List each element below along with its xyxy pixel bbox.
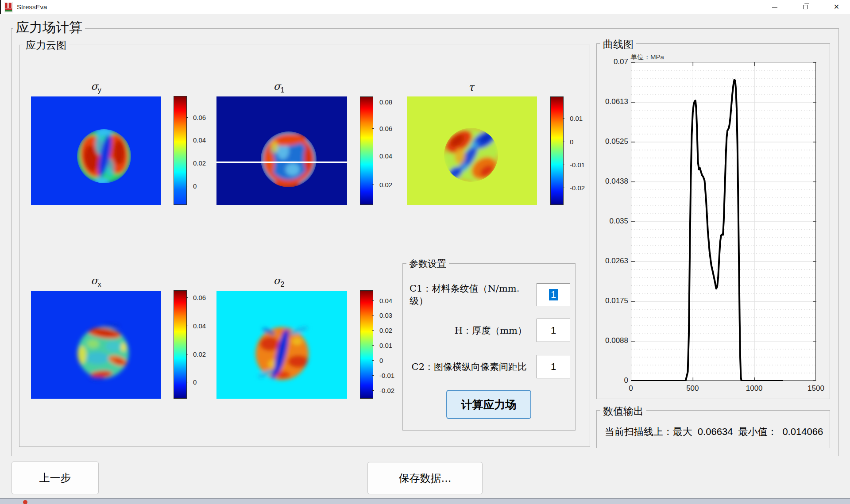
colorbar-sigma-y	[174, 96, 187, 205]
app-icon	[4, 2, 13, 12]
c1-input[interactable]: 1	[537, 283, 570, 306]
h-input[interactable]: 1	[537, 319, 570, 342]
scan-line-profile-curve	[631, 62, 816, 381]
max-value: 0.06634	[698, 426, 733, 438]
plot-title-sigma-x: σx	[52, 275, 140, 289]
scan-line[interactable]	[216, 162, 347, 163]
restore-icon	[803, 5, 808, 9]
curve-plot-area[interactable]	[631, 62, 816, 381]
max-label: 当前扫描线上：最大	[605, 425, 692, 439]
close-icon: ✕	[834, 4, 839, 11]
taskbar-notification-dot	[23, 500, 27, 504]
min-value: 0.014066	[782, 426, 823, 438]
window-left-edge	[0, 0, 1, 14]
curve-y-axis-labels: 0.070.06130.05250.04380.0350.02630.01750…	[596, 62, 628, 381]
h-label: H：厚度（mm）	[410, 319, 527, 342]
cloud-map-panel-title: 应力云图	[23, 38, 69, 52]
numeric-output-panel-title: 数值输出	[600, 404, 646, 418]
stress-map-sigma-2[interactable]	[216, 291, 347, 399]
colorbar-tau	[550, 96, 564, 205]
colorbar-sigma-x	[174, 290, 187, 399]
stress-map-sigma-1[interactable]	[216, 96, 347, 205]
unit-label: 单位：MPa	[630, 53, 664, 62]
calculate-stress-field-button[interactable]: 计算应力场	[446, 390, 531, 419]
plot-title-sigma-2: σ2	[235, 275, 323, 289]
min-label: 最小值：	[738, 425, 777, 439]
c1-label: C1：材料条纹值（N/mm.级）	[410, 283, 527, 306]
colorbar-ticks-sigma-y: 0.060.040.020	[188, 96, 216, 205]
previous-step-button[interactable]: 上一步	[12, 462, 99, 494]
c2-value: 1	[551, 361, 556, 373]
close-button[interactable]: ✕	[823, 0, 850, 14]
stress-map-sigma-y[interactable]	[31, 96, 161, 205]
save-data-button[interactable]: 保存数据...	[367, 462, 483, 494]
c2-input[interactable]: 1	[537, 355, 570, 378]
plot-title-sigma-1: σ1	[235, 81, 323, 94]
stress-map-sigma-x[interactable]	[31, 291, 161, 399]
colorbar-ticks-sigma-2: 0.040.030.020.010-0.01-0.02	[374, 290, 402, 399]
stress-map-tau[interactable]	[407, 96, 537, 205]
title-bar: StressEva ✕	[0, 0, 850, 14]
colorbar-ticks-tau: 0.010-0.01-0.02	[564, 96, 593, 205]
h-value: 1	[551, 325, 556, 336]
colorbar-ticks-sigma-1: 0.080.060.040.02	[374, 96, 402, 205]
page-title: 应力场计算	[13, 19, 85, 37]
window-title: StressEva	[17, 0, 47, 14]
c2-label: C2：图像横纵向像素间距比	[410, 355, 527, 378]
colorbar-sigma-2	[360, 290, 373, 399]
plot-title-tau: τ	[427, 81, 515, 95]
taskbar-edge	[0, 498, 850, 504]
parameters-panel-title: 参数设置	[406, 258, 449, 270]
curve-panel-title: 曲线图	[600, 38, 636, 51]
stresseva-window: StressEva ✕ 应力场计算 应力云图 σy	[0, 0, 850, 504]
restore-button[interactable]	[792, 0, 818, 14]
minimize-icon	[772, 7, 777, 8]
c1-value-selected: 1	[549, 289, 558, 300]
colorbar-ticks-sigma-x: 0.060.040.020	[188, 290, 216, 399]
colorbar-sigma-1	[360, 96, 373, 205]
minimize-button[interactable]	[762, 0, 788, 14]
scan-line-stats: 当前扫描线上：最大 0.06634 最小值： 0.014066	[602, 421, 826, 442]
curve-x-axis-labels: 050010001500	[631, 384, 816, 396]
plot-title-sigma-y: σy	[52, 81, 140, 94]
